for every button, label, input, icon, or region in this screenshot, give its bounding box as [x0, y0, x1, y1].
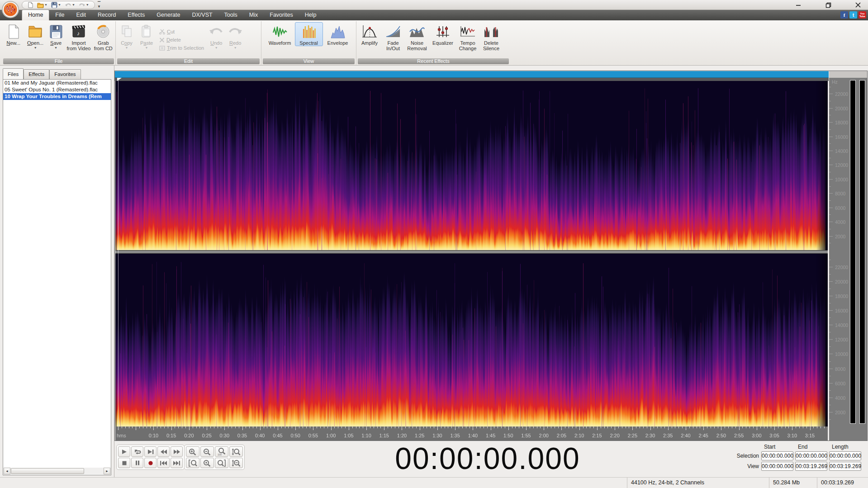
open-file-button[interactable]: ▼ — [36, 1, 48, 9]
waveform-view-button[interactable]: Waveform — [265, 22, 295, 46]
pause-button[interactable] — [131, 458, 143, 468]
equalizer-button[interactable]: Equalizer — [430, 22, 456, 46]
tab-favorites[interactable]: Favorites — [49, 69, 81, 79]
play-button[interactable] — [118, 446, 130, 457]
redo-ribbon-button[interactable]: Redo ▼ — [226, 22, 245, 50]
customize-toolbar-button[interactable]: ▔▼ — [96, 2, 102, 8]
copy-button[interactable]: Copy ▼ — [117, 22, 137, 50]
scroll-right-arrow[interactable]: ► — [104, 468, 110, 474]
menu-tab-favorites[interactable]: Favorites — [264, 10, 299, 20]
scroll-left-arrow[interactable]: ◄ — [4, 468, 10, 474]
save-dropdown-caret[interactable]: ▼ — [58, 1, 61, 9]
file-list-item[interactable]: 05 Sweet' Opus No. 1 (Remastered).flac — [3, 86, 111, 93]
zoom-vertical-button[interactable] — [229, 446, 243, 457]
frequency-tick — [829, 274, 831, 275]
file-list[interactable]: 01 Me and My Jaguar (Remastered).flac05 … — [3, 79, 111, 475]
zoom-to-selection-start-button[interactable] — [186, 458, 199, 468]
save-ribbon-button[interactable]: Save ▼ — [47, 22, 66, 50]
zoom-to-selection-end-button[interactable] — [215, 458, 228, 468]
redo-button[interactable]: ▼ — [78, 1, 90, 9]
zoom-vertical-out-button[interactable] — [229, 458, 243, 468]
selection-end-field[interactable]: 00:00:00.000 — [795, 451, 827, 460]
import-from-video-button[interactable]: ♪ Import from Video — [65, 22, 92, 51]
save-dropdown-arrow[interactable]: ▼ — [54, 46, 57, 50]
trim-to-selection-button[interactable]: Trim to Selection — [159, 45, 204, 51]
menu-tab-dx-vst[interactable]: DX/VST — [186, 10, 218, 20]
selection-length-field[interactable]: 00:00:00.000 — [829, 451, 861, 460]
menu-tab-mix[interactable]: Mix — [243, 10, 264, 20]
horizontal-scrollbar[interactable] — [115, 71, 829, 78]
grab-from-cd-button[interactable]: Grab from CD — [92, 22, 114, 51]
undo-ribbon-button[interactable]: Undo ▼ — [207, 22, 226, 50]
open-dropdown-caret[interactable]: ▼ — [44, 1, 47, 9]
minimize-button[interactable] — [794, 1, 803, 9]
loop-play-button[interactable] — [131, 446, 143, 457]
new-button[interactable]: New... — [3, 22, 24, 46]
spectral-view-button[interactable]: Spectral — [295, 22, 323, 46]
file-list-item[interactable]: 10 Wrap Your Troubles in Dreams (Rem — [3, 93, 111, 100]
menu-tab-edit[interactable]: Edit — [71, 10, 92, 20]
status-file-length: 00:03:19.269 — [817, 478, 868, 488]
paste-button[interactable]: Paste ▼ — [137, 22, 157, 50]
view-length-field[interactable]: 00:03:19.269 — [829, 462, 861, 471]
envelope-view-button[interactable]: Envelope — [323, 22, 353, 46]
zoom-in-button[interactable] — [186, 446, 199, 457]
copy-dropdown-arrow[interactable]: ▼ — [125, 46, 128, 50]
paste-dropdown-arrow[interactable]: ▼ — [145, 46, 148, 50]
menu-tab-generate[interactable]: Generate — [151, 10, 186, 20]
redo-dropdown-arrow2[interactable]: ▼ — [234, 46, 237, 50]
undo-dropdown-arrow2[interactable]: ▼ — [215, 46, 218, 50]
redo-dropdown-caret[interactable]: ▼ — [86, 1, 89, 9]
stop-button[interactable] — [118, 458, 130, 468]
menu-tab-effects[interactable]: Effects — [122, 10, 151, 20]
tempo-change-button[interactable]: Tempo Change — [456, 22, 479, 51]
zoom-full-button[interactable] — [200, 458, 214, 468]
timeline-ruler[interactable] — [115, 426, 828, 441]
zoom-100-button[interactable]: 100 — [215, 446, 228, 457]
cursor-track[interactable] — [115, 78, 829, 81]
undo-dropdown-caret[interactable]: ▼ — [72, 1, 75, 9]
view-end-field[interactable]: 00:03:19.269 — [795, 462, 827, 471]
menu-tab-tools[interactable]: Tools — [218, 10, 243, 20]
undo-button[interactable]: ▼ — [64, 1, 76, 9]
open-button[interactable]: Open... ▼ — [24, 22, 46, 50]
fast-forward-button[interactable] — [171, 446, 183, 457]
twitter-icon[interactable]: t — [849, 11, 857, 19]
tab-effects[interactable]: Effects — [24, 69, 49, 79]
spectrogram-channel-1[interactable] — [115, 81, 828, 250]
youtube-icon[interactable]: You Tube — [859, 11, 866, 19]
cut-button[interactable]: Cut — [159, 29, 204, 34]
fade-in-out-button[interactable]: Fade In/Out — [382, 22, 404, 51]
go-to-start-button[interactable] — [157, 458, 170, 468]
close-button[interactable] — [854, 1, 863, 9]
menu-tab-help[interactable]: Help — [299, 10, 323, 20]
noise-removal-button[interactable]: Noise Removal — [404, 22, 430, 51]
restore-icon — [825, 2, 831, 8]
zoom-out-button[interactable] — [200, 446, 214, 457]
scrollbar-thumb[interactable] — [11, 468, 84, 474]
column-header-end: End — [795, 444, 827, 450]
view-start-field[interactable]: 00:00:00.000 — [761, 462, 793, 471]
frequency-tick — [829, 361, 831, 362]
rewind-button[interactable] — [157, 446, 170, 457]
app-logo[interactable] — [1, 0, 19, 19]
amplify-button[interactable]: Amplify — [357, 22, 382, 46]
menu-tab-file[interactable]: File — [49, 10, 70, 20]
file-list-item[interactable]: 01 Me and My Jaguar (Remastered).flac — [3, 80, 111, 86]
menu-tab-record[interactable]: Record — [92, 10, 122, 20]
play-to-end-button[interactable] — [144, 446, 157, 457]
delete-silence-button[interactable]: Delete Silence — [479, 22, 503, 51]
open-dropdown-arrow[interactable]: ▼ — [34, 46, 37, 50]
save-button[interactable]: ▼ — [50, 1, 62, 9]
spectrogram-channel-2[interactable] — [115, 254, 828, 426]
file-list-horizontal-scrollbar[interactable]: ◄ ► — [4, 468, 110, 474]
new-file-button[interactable] — [27, 1, 34, 9]
delete-button[interactable]: Delete — [159, 37, 204, 43]
tab-files[interactable]: Files — [3, 68, 24, 79]
go-to-end-button[interactable] — [171, 458, 183, 468]
record-button[interactable] — [144, 458, 157, 468]
maximize-button[interactable] — [824, 1, 833, 9]
selection-start-field[interactable]: 00:00:00.000 — [761, 451, 793, 460]
facebook-icon[interactable]: f — [840, 11, 848, 19]
menu-tab-home[interactable]: Home — [22, 9, 49, 20]
